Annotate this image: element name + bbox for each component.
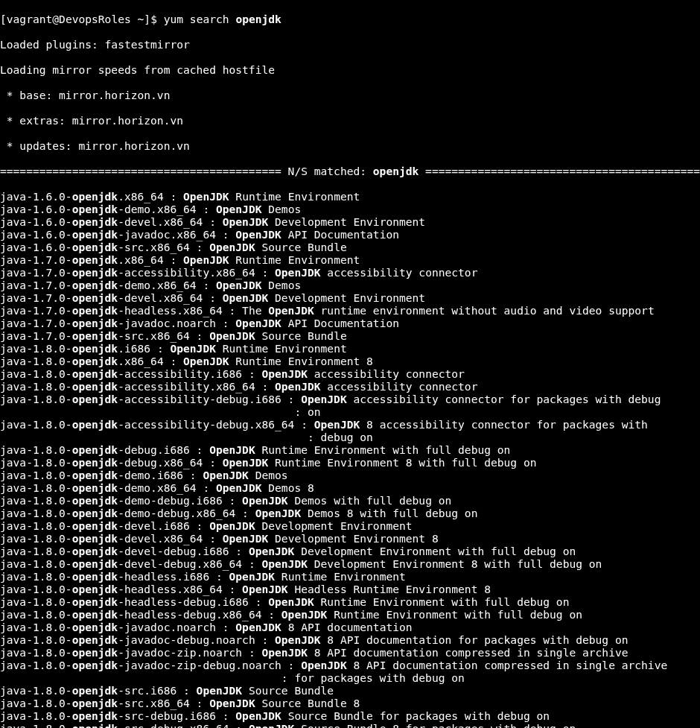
pkg-summary-bold: OpenJDK — [209, 443, 255, 456]
pkg-summary-bold: OpenJDK — [255, 507, 302, 519]
pkg-summary-bold: OpenJDK — [209, 241, 255, 253]
pkg-summary: accessibility connector — [321, 266, 478, 279]
pkg-prefix: java-1.6.0- — [0, 228, 72, 241]
pkg-summary-bold: OpenJDK — [281, 608, 328, 621]
pkg-suffix: -devel.x86_64 : — [118, 215, 223, 228]
pkg-match: openjdk — [72, 633, 118, 646]
pkg-prefix: java-1.7.0- — [0, 304, 72, 317]
result-row: java-1.6.0-openjdk.x86_64 : OpenJDK Runt… — [0, 190, 700, 203]
result-row: java-1.8.0-openjdk-src.x86_64 : OpenJDK … — [0, 697, 700, 709]
loading-line: Loading mirror speeds from cached hostfi… — [0, 63, 700, 76]
pkg-match: openjdk — [72, 709, 118, 722]
result-row: java-1.6.0-openjdk-devel.x86_64 : OpenJD… — [0, 215, 700, 228]
pkg-prefix: java-1.8.0- — [0, 443, 72, 456]
pkg-summary-bold: OpenJDK — [183, 253, 229, 266]
pkg-match: openjdk — [72, 291, 118, 304]
result-row: java-1.7.0-openjdk-demo.x86_64 : OpenJDK… — [0, 279, 700, 291]
pkg-summary: Runtime Environment 8 — [229, 355, 373, 367]
pkg-summary: Source Bundle 8 for packages with debug … — [294, 722, 576, 728]
pkg-summary-bold: OpenJDK — [216, 279, 262, 291]
pkg-match: openjdk — [72, 380, 118, 393]
result-row: java-1.8.0-openjdk-accessibility.x86_64 … — [0, 380, 700, 393]
pkg-suffix: -src-debug.x86_64 : — [118, 722, 249, 728]
pkg-summary-bold: OpenJDK — [209, 519, 255, 532]
pkg-summary: Development Environment — [268, 215, 425, 228]
pkg-summary: Demos 8 with full debug on — [301, 507, 477, 519]
pkg-summary: Development Environment with full debug … — [294, 545, 576, 557]
pkg-match: openjdk — [72, 481, 118, 494]
result-row: java-1.7.0-openjdk-headless.x86_64 : The… — [0, 304, 700, 317]
pkg-prefix: java-1.8.0- — [0, 684, 72, 697]
pkg-summary-bold: OpenJDK — [261, 557, 308, 570]
pkg-summary-bold: OpenJDK — [235, 621, 281, 633]
pkg-summary-bold: OpenJDK — [261, 367, 308, 380]
pkg-match: openjdk — [72, 507, 118, 519]
pkg-prefix: java-1.8.0- — [0, 557, 72, 570]
pkg-suffix: -headless.i686 : — [118, 570, 229, 583]
pkg-summary: Source Bundle — [242, 684, 334, 697]
pkg-summary: 8 accessibility connector for packages w… — [360, 418, 648, 431]
result-row: java-1.8.0-openjdk-demo-debug.i686 : Ope… — [0, 494, 700, 507]
pkg-match: openjdk — [72, 367, 118, 380]
pkg-match: openjdk — [72, 342, 118, 355]
pkg-summary: Development Environment 8 with full debu… — [308, 557, 602, 570]
pkg-prefix: java-1.8.0- — [0, 418, 72, 431]
mirror-line: * updates: mirror.horizon.vn — [0, 139, 700, 152]
result-row-cont: : debug on — [0, 431, 700, 443]
result-row: java-1.8.0-openjdk-devel.x86_64 : OpenJD… — [0, 532, 700, 545]
pkg-suffix: -accessibility-debug.x86_64 : — [118, 418, 314, 431]
result-row: java-1.7.0-openjdk-accessibility.x86_64 … — [0, 266, 700, 279]
pkg-prefix: java-1.8.0- — [0, 697, 72, 709]
pkg-match: openjdk — [72, 557, 118, 570]
pkg-summary: Runtime Environment with full debug on — [314, 595, 570, 608]
pkg-match: openjdk — [72, 266, 118, 279]
pkg-match: openjdk — [72, 722, 118, 728]
pkg-match: openjdk — [72, 304, 118, 317]
result-row: java-1.6.0-openjdk-javadoc.x86_64 : Open… — [0, 228, 700, 241]
pkg-prefix: java-1.8.0- — [0, 545, 72, 557]
pkg-match: openjdk — [72, 456, 118, 469]
pkg-summary: Development Environment — [255, 519, 413, 532]
pkg-summary-bold: OpenJDK — [235, 228, 281, 241]
pkg-suffix: -javadoc-debug.noarch : — [118, 633, 275, 646]
pkg-match: openjdk — [72, 519, 118, 532]
pkg-match: openjdk — [72, 570, 118, 583]
pkg-prefix: java-1.8.0- — [0, 380, 72, 393]
pkg-suffix: -src.x86_64 : — [118, 241, 209, 253]
pkg-summary-bold: OpenJDK — [275, 266, 321, 279]
pkg-suffix: -devel.x86_64 : — [118, 532, 223, 545]
pkg-match: openjdk — [72, 355, 118, 367]
pkg-prefix: java-1.8.0- — [0, 595, 72, 608]
pkg-suffix: -accessibility.i686 : — [118, 367, 261, 380]
pkg-summary-bold: OpenJDK — [268, 595, 314, 608]
pkg-match: openjdk — [72, 443, 118, 456]
pkg-prefix: java-1.7.0- — [0, 329, 72, 342]
pkg-match: openjdk — [72, 253, 118, 266]
pkg-suffix: -accessibility.x86_64 : — [118, 380, 275, 393]
pkg-summary: Headless Runtime Environment 8 — [288, 583, 491, 595]
result-row: java-1.7.0-openjdk-devel.x86_64 : OpenJD… — [0, 291, 700, 304]
result-row: java-1.8.0-openjdk-devel-debug.i686 : Op… — [0, 545, 700, 557]
pkg-suffix: -devel-debug.x86_64 : — [118, 557, 261, 570]
pkg-prefix: java-1.6.0- — [0, 203, 72, 215]
pkg-summary-bold: OpenJDK — [223, 456, 269, 469]
pkg-match: openjdk — [72, 684, 118, 697]
command-prefix: yum search — [164, 13, 236, 25]
pkg-summary: Runtime Environment with full debug on — [255, 443, 511, 456]
pkg-suffix: -src.i686 : — [118, 684, 196, 697]
pkg-summary-bold: OpenJDK — [209, 697, 255, 709]
pkg-prefix: java-1.8.0- — [0, 722, 72, 728]
pkg-summary: Runtime Environment — [229, 190, 360, 203]
pkg-summary: Source Bundle — [255, 241, 347, 253]
pkg-prefix: java-1.8.0- — [0, 481, 72, 494]
pkg-summary: accessibility connector — [308, 367, 465, 380]
result-row: java-1.8.0-openjdk-debug.i686 : OpenJDK … — [0, 443, 700, 456]
pkg-match: openjdk — [72, 203, 118, 215]
command-term: openjdk — [235, 13, 281, 25]
pkg-prefix: java-1.8.0- — [0, 519, 72, 532]
pkg-suffix: -javadoc-zip.noarch : — [118, 646, 261, 659]
pkg-suffix: -devel-debug.i686 : — [118, 545, 249, 557]
terminal-output: [vagrant@DevopsRoles ~]$ yum search open… — [0, 0, 700, 728]
pkg-suffix: -headless.x86_64 : The — [118, 304, 268, 317]
result-row-cont: : on — [0, 405, 700, 418]
